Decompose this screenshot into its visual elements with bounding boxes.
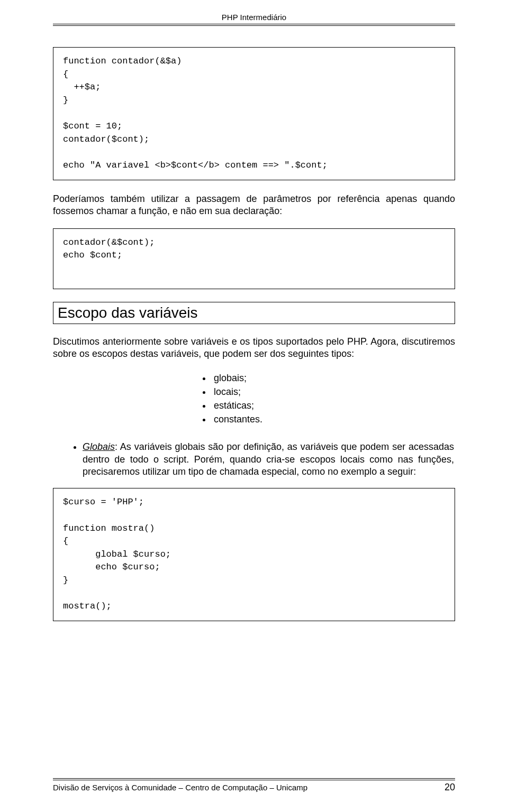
header-rule-top (53, 24, 455, 24)
definition-term: Globais (83, 441, 115, 452)
footer-text: Divisão de Serviços à Comunidade – Centr… (53, 783, 307, 792)
content: function contador(&$a) { ++$a; } $cont =… (53, 26, 455, 774)
page-number: 20 (444, 782, 455, 793)
page: PHP Intermediário function contador(&$a)… (0, 0, 508, 812)
list-item: globais; (212, 371, 455, 385)
section-title: Escopo das variáveis (53, 302, 455, 324)
footer-rule-bottom (53, 780, 455, 780)
scope-type-list: globais; locais; estáticas; constantes. (53, 371, 455, 426)
list-item: estáticas; (212, 399, 455, 412)
footer-line: Divisão de Serviços à Comunidade – Centr… (53, 782, 455, 793)
list-item: constantes. (212, 412, 455, 426)
page-footer: Divisão de Serviços à Comunidade – Centr… (53, 774, 455, 793)
code-block-1: function contador(&$a) { ++$a; } $cont =… (53, 47, 455, 180)
page-header-block: PHP Intermediário (53, 13, 455, 26)
definition-globais: Globais: As variáveis globais são por de… (83, 441, 455, 478)
list-item: locais; (212, 385, 455, 399)
paragraph-1: Poderíamos também utilizar a passagem de… (53, 193, 455, 218)
code-block-3: $curso = 'PHP'; function mostra() { glob… (53, 488, 455, 621)
page-header-title: PHP Intermediário (53, 13, 455, 22)
code-block-2: contador(&$cont); echo $cont; (53, 228, 455, 289)
definition-list: Globais: As variáveis globais são por de… (53, 441, 455, 478)
footer-rule-top (53, 778, 455, 779)
definition-text: : As variáveis globais são por definição… (83, 441, 454, 477)
paragraph-2: Discutimos anteriormente sobre variáveis… (53, 336, 455, 361)
